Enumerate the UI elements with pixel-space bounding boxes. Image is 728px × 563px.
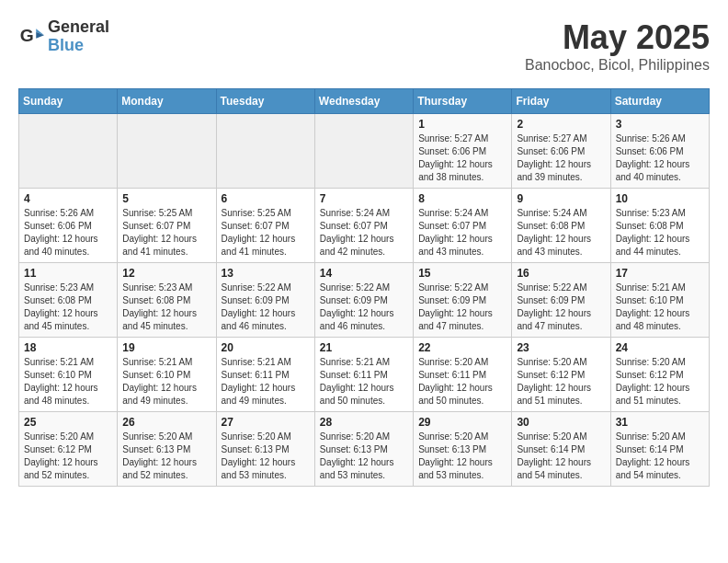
day-cell: 31Sunrise: 5:20 AM Sunset: 6:14 PM Dayli… (610, 412, 709, 487)
week-row-3: 11Sunrise: 5:23 AM Sunset: 6:08 PM Dayli… (19, 263, 710, 338)
day-cell: 2Sunrise: 5:27 AM Sunset: 6:06 PM Daylig… (512, 114, 610, 189)
day-info: Sunrise: 5:24 AM Sunset: 6:07 PM Dayligh… (418, 207, 506, 259)
title-block: May 2025 Banocboc, Bicol, Philippines (525, 18, 710, 74)
day-number: 26 (122, 416, 210, 429)
day-info: Sunrise: 5:20 AM Sunset: 6:13 PM Dayligh… (222, 431, 310, 482)
day-cell (118, 114, 216, 189)
day-cell: 25Sunrise: 5:20 AM Sunset: 6:12 PM Dayli… (19, 412, 118, 487)
day-number: 17 (616, 267, 704, 280)
day-info: Sunrise: 5:20 AM Sunset: 6:13 PM Dayligh… (122, 431, 210, 482)
col-header-saturday: Saturday (610, 89, 709, 114)
day-cell: 30Sunrise: 5:20 AM Sunset: 6:14 PM Dayli… (512, 412, 610, 487)
day-number: 30 (517, 416, 605, 429)
day-info: Sunrise: 5:22 AM Sunset: 6:09 PM Dayligh… (222, 282, 310, 333)
week-row-2: 4Sunrise: 5:26 AM Sunset: 6:06 PM Daylig… (19, 189, 710, 263)
day-number: 31 (616, 416, 704, 429)
day-cell: 6Sunrise: 5:25 AM Sunset: 6:07 PM Daylig… (216, 189, 314, 263)
day-info: Sunrise: 5:26 AM Sunset: 6:06 PM Dayligh… (24, 207, 112, 259)
logo-text: General Blue (48, 18, 109, 55)
day-cell: 12Sunrise: 5:23 AM Sunset: 6:08 PM Dayli… (118, 263, 216, 338)
day-number: 15 (418, 267, 506, 280)
page-subtitle: Banocboc, Bicol, Philippines (525, 57, 710, 74)
day-info: Sunrise: 5:21 AM Sunset: 6:10 PM Dayligh… (122, 356, 210, 408)
day-cell: 8Sunrise: 5:24 AM Sunset: 6:07 PM Daylig… (414, 189, 512, 263)
day-cell: 22Sunrise: 5:20 AM Sunset: 6:11 PM Dayli… (414, 338, 512, 412)
day-number: 24 (616, 341, 704, 354)
day-info: Sunrise: 5:20 AM Sunset: 6:12 PM Dayligh… (616, 356, 704, 408)
day-cell: 19Sunrise: 5:21 AM Sunset: 6:10 PM Dayli… (118, 338, 216, 412)
day-number: 28 (320, 416, 408, 429)
day-number: 18 (24, 341, 112, 354)
day-cell: 27Sunrise: 5:20 AM Sunset: 6:13 PM Dayli… (216, 412, 314, 487)
day-cell: 4Sunrise: 5:26 AM Sunset: 6:06 PM Daylig… (19, 189, 118, 263)
day-cell: 26Sunrise: 5:20 AM Sunset: 6:13 PM Dayli… (118, 412, 216, 487)
day-number: 6 (222, 192, 310, 205)
day-number: 2 (517, 118, 605, 131)
day-cell: 28Sunrise: 5:20 AM Sunset: 6:13 PM Dayli… (314, 412, 413, 487)
day-info: Sunrise: 5:22 AM Sunset: 6:09 PM Dayligh… (320, 282, 408, 333)
day-info: Sunrise: 5:20 AM Sunset: 6:14 PM Dayligh… (517, 431, 605, 482)
week-row-5: 25Sunrise: 5:20 AM Sunset: 6:12 PM Dayli… (19, 412, 710, 487)
day-cell: 11Sunrise: 5:23 AM Sunset: 6:08 PM Dayli… (19, 263, 118, 338)
page-header: G General Blue May 2025 Banocboc, Bicol,… (18, 18, 710, 74)
svg-text:G: G (20, 26, 34, 45)
day-info: Sunrise: 5:22 AM Sunset: 6:09 PM Dayligh… (418, 282, 506, 333)
day-cell: 9Sunrise: 5:24 AM Sunset: 6:08 PM Daylig… (512, 189, 610, 263)
day-number: 14 (320, 267, 408, 280)
page-title: May 2025 (525, 18, 710, 57)
day-number: 11 (24, 267, 112, 280)
header-row: SundayMondayTuesdayWednesdayThursdayFrid… (19, 89, 710, 114)
day-cell (314, 114, 413, 189)
day-cell: 16Sunrise: 5:22 AM Sunset: 6:09 PM Dayli… (512, 263, 610, 338)
day-cell: 17Sunrise: 5:21 AM Sunset: 6:10 PM Dayli… (610, 263, 709, 338)
col-header-sunday: Sunday (19, 89, 118, 114)
day-info: Sunrise: 5:20 AM Sunset: 6:11 PM Dayligh… (418, 356, 506, 408)
day-number: 13 (222, 267, 310, 280)
day-cell: 13Sunrise: 5:22 AM Sunset: 6:09 PM Dayli… (216, 263, 314, 338)
day-cell: 15Sunrise: 5:22 AM Sunset: 6:09 PM Dayli… (414, 263, 512, 338)
day-number: 29 (418, 416, 506, 429)
day-number: 16 (517, 267, 605, 280)
day-cell: 1Sunrise: 5:27 AM Sunset: 6:06 PM Daylig… (414, 114, 512, 189)
day-info: Sunrise: 5:20 AM Sunset: 6:13 PM Dayligh… (418, 431, 506, 482)
day-info: Sunrise: 5:21 AM Sunset: 6:10 PM Dayligh… (24, 356, 112, 408)
day-cell: 21Sunrise: 5:21 AM Sunset: 6:11 PM Dayli… (314, 338, 413, 412)
col-header-thursday: Thursday (414, 89, 512, 114)
day-cell (19, 114, 118, 189)
day-number: 8 (418, 192, 506, 205)
day-info: Sunrise: 5:25 AM Sunset: 6:07 PM Dayligh… (222, 207, 310, 259)
day-info: Sunrise: 5:22 AM Sunset: 6:09 PM Dayligh… (517, 282, 605, 333)
day-number: 19 (122, 341, 210, 354)
day-info: Sunrise: 5:21 AM Sunset: 6:11 PM Dayligh… (320, 356, 408, 408)
logo-line1: General (48, 18, 109, 37)
day-info: Sunrise: 5:23 AM Sunset: 6:08 PM Dayligh… (122, 282, 210, 333)
day-number: 5 (122, 192, 210, 205)
day-info: Sunrise: 5:23 AM Sunset: 6:08 PM Dayligh… (616, 207, 704, 259)
day-cell: 7Sunrise: 5:24 AM Sunset: 6:07 PM Daylig… (314, 189, 413, 263)
day-info: Sunrise: 5:24 AM Sunset: 6:07 PM Dayligh… (320, 207, 408, 259)
day-cell: 10Sunrise: 5:23 AM Sunset: 6:08 PM Dayli… (610, 189, 709, 263)
day-number: 1 (418, 118, 506, 131)
day-info: Sunrise: 5:26 AM Sunset: 6:06 PM Dayligh… (616, 132, 704, 184)
day-number: 23 (517, 341, 605, 354)
calendar-table: SundayMondayTuesdayWednesdayThursdayFrid… (18, 88, 710, 487)
day-cell (216, 114, 314, 189)
day-number: 21 (320, 341, 408, 354)
col-header-monday: Monday (118, 89, 216, 114)
logo-line2: Blue (48, 37, 109, 55)
logo: G General Blue (18, 18, 109, 55)
day-number: 9 (517, 192, 605, 205)
day-cell: 14Sunrise: 5:22 AM Sunset: 6:09 PM Dayli… (314, 263, 413, 338)
day-cell: 3Sunrise: 5:26 AM Sunset: 6:06 PM Daylig… (610, 114, 709, 189)
day-info: Sunrise: 5:21 AM Sunset: 6:10 PM Dayligh… (616, 282, 704, 333)
day-info: Sunrise: 5:20 AM Sunset: 6:13 PM Dayligh… (320, 431, 408, 482)
day-info: Sunrise: 5:21 AM Sunset: 6:11 PM Dayligh… (222, 356, 310, 408)
day-info: Sunrise: 5:23 AM Sunset: 6:08 PM Dayligh… (24, 282, 112, 333)
logo-icon: G (18, 24, 44, 50)
col-header-tuesday: Tuesday (216, 89, 314, 114)
week-row-4: 18Sunrise: 5:21 AM Sunset: 6:10 PM Dayli… (19, 338, 710, 412)
day-info: Sunrise: 5:20 AM Sunset: 6:14 PM Dayligh… (616, 431, 704, 482)
day-info: Sunrise: 5:27 AM Sunset: 6:06 PM Dayligh… (418, 132, 506, 184)
day-info: Sunrise: 5:20 AM Sunset: 6:12 PM Dayligh… (517, 356, 605, 408)
day-cell: 29Sunrise: 5:20 AM Sunset: 6:13 PM Dayli… (414, 412, 512, 487)
